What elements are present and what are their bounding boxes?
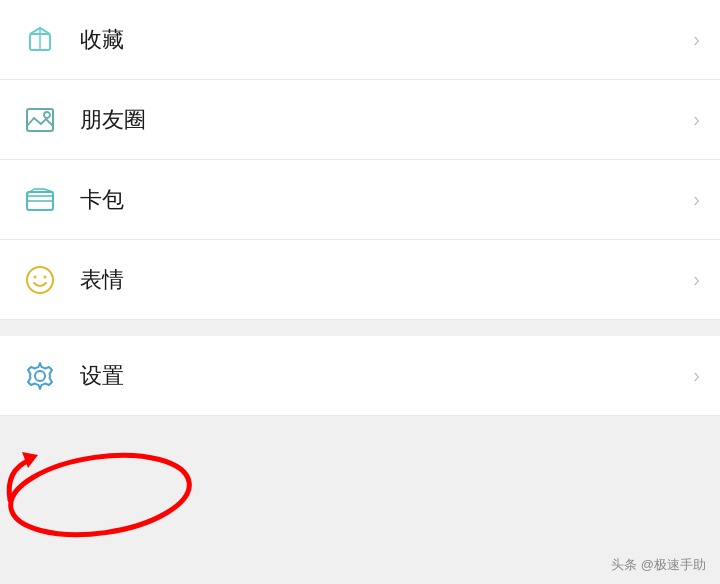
menu-item-collection[interactable]: 收藏 ›: [0, 0, 720, 80]
watermark: 头条 @极速手助: [611, 556, 706, 574]
menu-label-settings: 设置: [80, 361, 693, 391]
section-divider: [0, 320, 720, 336]
collection-icon: [20, 20, 60, 60]
svg-point-13: [35, 371, 45, 381]
menu-item-friends[interactable]: 朋友圈 ›: [0, 80, 720, 160]
emoji-icon: [20, 260, 60, 300]
svg-point-11: [34, 275, 37, 278]
menu-label-emoji: 表情: [80, 265, 693, 295]
menu-label-friends: 朋友圈: [80, 105, 693, 135]
chevron-collection: ›: [693, 28, 700, 51]
svg-point-4: [44, 112, 50, 118]
svg-point-10: [27, 267, 53, 293]
settings-icon: [20, 356, 60, 396]
svg-rect-6: [27, 196, 53, 201]
chevron-settings: ›: [693, 364, 700, 387]
menu-item-wallet[interactable]: 卡包 ›: [0, 160, 720, 240]
menu-item-settings[interactable]: 设置 ›: [0, 336, 720, 416]
chevron-wallet: ›: [693, 188, 700, 211]
menu-item-emoji[interactable]: 表情 ›: [0, 240, 720, 320]
menu-label-collection: 收藏: [80, 25, 693, 55]
chevron-friends: ›: [693, 108, 700, 131]
friends-icon: [20, 100, 60, 140]
chevron-emoji: ›: [693, 268, 700, 291]
menu-container: 收藏 › 朋友圈 ›: [0, 0, 720, 320]
wallet-icon: [20, 180, 60, 220]
svg-point-12: [44, 275, 47, 278]
menu-label-wallet: 卡包: [80, 185, 693, 215]
bottom-gap: [0, 416, 720, 516]
